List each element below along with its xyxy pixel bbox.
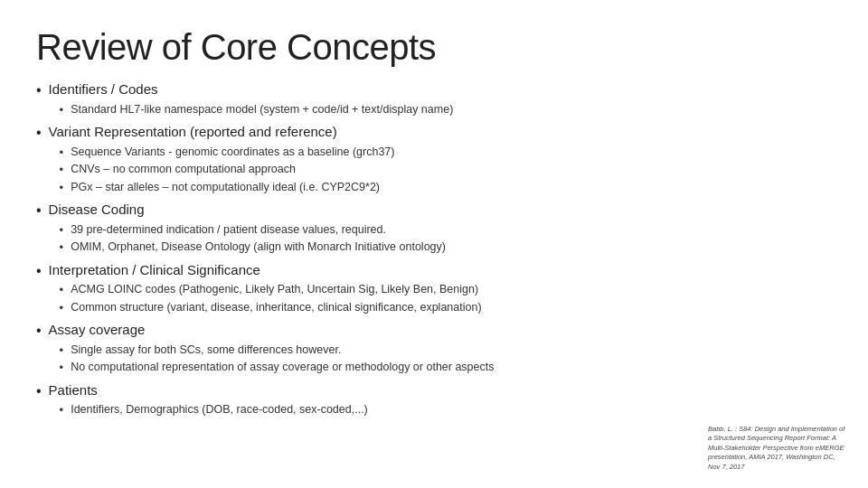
sub-list: • 39 pre-determined indication / patient… <box>60 221 832 257</box>
section-label: Identifiers / Codes <box>49 81 158 97</box>
sub-list: • Sequence Variants - genomic coordinate… <box>60 144 832 197</box>
sub-item-text: Common structure (variant, disease, inhe… <box>71 299 481 316</box>
section-label: Assay coverage <box>49 322 146 337</box>
section-label: Variant Representation (reported and ref… <box>49 124 337 139</box>
list-item: • Single assay for both SCs, some differ… <box>60 342 832 360</box>
list-item: • Interpretation / Clinical Significance… <box>36 260 832 317</box>
sub-item-text: Single assay for both SCs, some differen… <box>71 342 341 359</box>
reference-box: Babb, L. : S84: Design and Implementatio… <box>708 425 848 473</box>
list-item: • ACMG LOINC codes (Pathogenic, Likely P… <box>60 281 832 299</box>
list-item: • PGx – star alleles – not computational… <box>60 179 832 197</box>
list-item: • Variant Representation (reported and r… <box>36 122 832 196</box>
sub-item-text: Identifiers, Demographics (DOB, race-cod… <box>71 401 368 418</box>
sub-item-text: Standard HL7-like namespace model (syste… <box>71 101 453 118</box>
list-item: • Sequence Variants - genomic coordinate… <box>60 144 832 162</box>
section-label: Disease Coding <box>49 202 145 217</box>
bullet2-icon: • <box>60 401 64 419</box>
list-item: • OMIM, Orphanet, Disease Ontology (alig… <box>60 239 832 257</box>
list-item: • Common structure (variant, disease, in… <box>60 299 832 317</box>
list-item: • 39 pre-determined indication / patient… <box>60 221 832 239</box>
bullet2-icon: • <box>60 281 64 299</box>
sub-item-text: CNVs – no common computational approach <box>71 161 296 178</box>
bullet-icon: • <box>36 380 42 402</box>
sub-item-text: ACMG LOINC codes (Pathogenic, Likely Pat… <box>71 281 478 298</box>
bullet2-icon: • <box>60 144 64 162</box>
item-content: Variant Representation (reported and ref… <box>49 122 832 196</box>
bullet-icon: • <box>36 200 42 221</box>
bullet2-icon: • <box>60 359 64 377</box>
main-list: • Identifiers / Codes • Standard HL7-lik… <box>36 80 832 419</box>
bullet2-icon: • <box>60 239 64 257</box>
list-item: • No computational representation of ass… <box>60 359 832 377</box>
item-content: Identifiers / Codes • Standard HL7-like … <box>49 80 832 118</box>
sub-item-text: PGx – star alleles – not computationally… <box>71 179 380 196</box>
sub-item-text: OMIM, Orphanet, Disease Ontology (align … <box>71 239 446 256</box>
sub-list: • Identifiers, Demographics (DOB, race-c… <box>60 401 832 419</box>
item-content: Disease Coding • 39 pre-determined indic… <box>49 200 832 257</box>
bullet-icon: • <box>36 320 42 342</box>
list-item: • Disease Coding • 39 pre-determined ind… <box>36 200 832 257</box>
sub-list: • ACMG LOINC codes (Pathogenic, Likely P… <box>60 281 832 316</box>
bullet2-icon: • <box>60 101 64 119</box>
bullet-icon: • <box>36 260 42 282</box>
section-label: Interpretation / Clinical Significance <box>49 262 260 277</box>
bullet2-icon: • <box>60 221 64 239</box>
slide-container: Review of Core Concepts • Identifiers / … <box>0 0 868 488</box>
bullet2-icon: • <box>60 299 64 317</box>
item-content: Assay coverage • Single assay for both S… <box>49 320 832 377</box>
sub-list: • Standard HL7-like namespace model (sys… <box>60 101 832 119</box>
item-content: Interpretation / Clinical Significance •… <box>49 260 832 317</box>
list-item: • Standard HL7-like namespace model (sys… <box>60 101 832 119</box>
list-item: • Patients • Identifiers, Demographics (… <box>36 380 832 419</box>
list-item: • CNVs – no common computational approac… <box>60 161 832 179</box>
list-item: • Assay coverage • Single assay for both… <box>36 320 832 377</box>
item-content: Patients • Identifiers, Demographics (DO… <box>49 380 832 419</box>
bullet2-icon: • <box>60 342 64 360</box>
section-label: Patients <box>49 382 98 398</box>
bullet2-icon: • <box>60 179 64 197</box>
list-item: • Identifiers, Demographics (DOB, race-c… <box>60 401 832 419</box>
list-item: • Identifiers / Codes • Standard HL7-lik… <box>36 80 832 118</box>
bullet2-icon: • <box>60 161 64 179</box>
bullet-icon: • <box>36 122 42 144</box>
slide-title: Review of Core Concepts <box>36 27 832 67</box>
sub-item-text: 39 pre-determined indication / patient d… <box>71 221 386 239</box>
sub-item-text: Sequence Variants - genomic coordinates … <box>71 144 394 161</box>
sub-item-text: No computational representation of assay… <box>71 359 494 376</box>
bullet-icon: • <box>36 80 42 101</box>
sub-list: • Single assay for both SCs, some differ… <box>60 342 832 377</box>
